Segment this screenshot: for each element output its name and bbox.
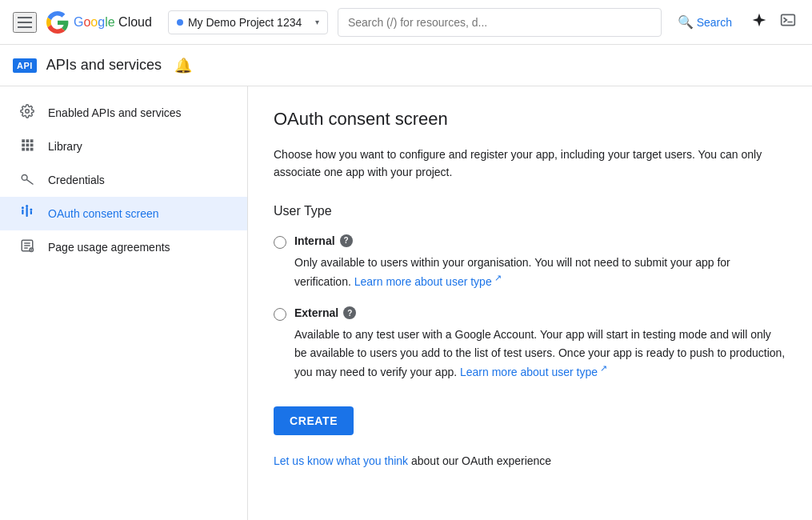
svg-rect-16 [30,211,32,215]
user-type-heading: User Type [274,204,786,218]
search-icon: 🔍 [678,14,694,30]
library-icon [19,138,35,155]
svg-rect-3 [22,139,25,142]
svg-rect-11 [30,148,34,151]
sidebar-label-credentials: Credentials [48,174,105,186]
svg-line-13 [26,179,33,184]
sidebar-label-enabled-apis: Enabled APIs and services [48,106,182,119]
search-input[interactable] [348,16,651,29]
internal-description: Only available to users within your orga… [294,254,786,290]
top-navigation: Google Cloud My Demo Project 1234 ▾ 🔍 Se… [0,0,812,45]
svg-rect-5 [30,139,34,142]
internal-learn-more-text: Learn more about user type [354,275,492,288]
sidebar-label-page-usage: Page usage agreements [48,241,170,254]
gemini-button[interactable] [748,9,770,35]
svg-point-2 [26,110,30,114]
feedback-link[interactable]: Let us know what you think [274,454,408,467]
external-learn-more-link[interactable]: Learn more about user type ↗ [460,366,607,378]
hamburger-menu-button[interactable] [13,12,37,33]
internal-radio-option: Internal ? [274,234,786,249]
svg-rect-6 [22,144,25,147]
svg-rect-10 [26,148,30,151]
google-logo-svg [46,11,69,34]
search-button-label: Search [697,16,732,29]
sidebar-label-oauth: OAuth consent screen [48,207,159,220]
feedback-suffix: about our OAuth experience [408,454,551,467]
svg-rect-15 [26,207,28,217]
sidebar-item-library[interactable]: Library [0,130,247,163]
svg-point-18 [26,205,28,207]
sidebar-item-oauth-consent[interactable]: OAuth consent screen [0,197,247,230]
external-label-text: External [294,306,338,319]
feedback-section: Let us know what you think about our OAu… [274,454,786,467]
svg-rect-0 [782,14,795,25]
main-content: OAuth consent screen Choose how you want… [248,86,812,520]
sidebar-item-credentials[interactable]: Credentials [0,163,247,197]
sidebar-item-page-usage[interactable]: Page usage agreements [0,230,247,264]
internal-help-icon[interactable]: ? [340,234,353,247]
terminal-icon [780,12,796,28]
notification-icon[interactable]: 🔔 [174,57,192,74]
svg-rect-8 [30,144,34,147]
svg-point-17 [22,206,24,209]
user-type-section: User Type Internal ? Only available to u… [274,204,786,381]
svg-rect-9 [22,148,25,151]
internal-label-text: Internal [294,234,335,247]
sidebar: Enabled APIs and services Library Creden… [0,86,248,520]
google-cloud-text: Google Cloud [74,15,152,30]
page-description: Choose how you want to configure and reg… [274,146,786,182]
sidebar-label-library: Library [48,140,82,153]
search-bar [338,8,662,37]
sidebar-item-enabled-apis[interactable]: Enabled APIs and services [0,96,247,130]
internal-external-link-icon: ↗ [492,273,502,282]
terminal-button[interactable] [777,9,799,35]
svg-rect-7 [26,144,30,147]
external-description: Available to any test user with a Google… [294,326,786,381]
project-dot-icon [177,19,183,26]
main-layout: Enabled APIs and services Library Creden… [0,86,812,520]
external-external-link-icon: ↗ [598,363,607,373]
google-cloud-logo: Google Cloud [46,11,152,34]
external-radio-label[interactable]: External ? [294,306,356,319]
subheader-title: APIs and services [46,57,162,74]
gemini-icon [751,12,767,28]
svg-rect-4 [26,139,30,142]
project-name: My Demo Project 1234 [188,16,310,29]
subheader: API APIs and services 🔔 [0,45,812,86]
page-usage-icon [19,238,35,256]
svg-point-19 [30,209,32,211]
external-radio-input[interactable] [274,308,286,321]
internal-radio-input[interactable] [274,236,286,249]
api-badge: API [13,58,37,73]
internal-learn-more-link[interactable]: Learn more about user type ↗ [354,275,502,288]
external-help-icon[interactable]: ? [343,306,356,319]
oauth-icon [19,205,35,222]
internal-radio-label[interactable]: Internal ? [294,234,353,247]
project-selector[interactable]: My Demo Project 1234 ▾ [168,10,328,34]
credentials-icon [19,171,35,189]
svg-point-12 [22,175,27,181]
project-dropdown-icon: ▾ [315,18,319,26]
create-button[interactable]: CREATE [274,406,354,435]
svg-rect-14 [22,210,23,214]
nav-icons-group [748,9,799,35]
enabled-apis-icon [19,104,35,122]
page-title: OAuth consent screen [274,109,786,130]
search-button[interactable]: 🔍 Search [671,11,738,33]
external-radio-option: External ? [274,306,786,321]
external-learn-more-text: Learn more about user type [460,366,598,378]
